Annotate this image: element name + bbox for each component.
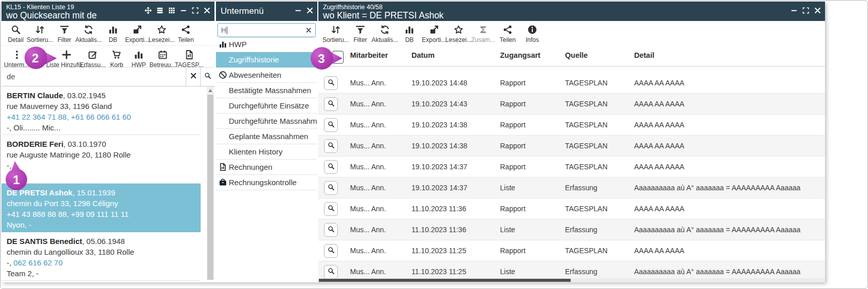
star-icon [157, 25, 167, 35]
toolbar-button[interactable]: Lesezei... [446, 21, 471, 46]
search-icon [328, 163, 335, 172]
minimize-icon[interactable] [180, 7, 187, 14]
submenu-item[interactable]: Zugriffshistorie [216, 52, 317, 68]
sort-icon [35, 25, 45, 35]
minimize-icon[interactable] [294, 7, 302, 14]
client-list-scrollbar[interactable] [207, 86, 214, 280]
row-detail-button[interactable] [324, 76, 338, 90]
menu-filter-input[interactable]: H [218, 23, 316, 37]
toolbar-button[interactable]: Filter [52, 21, 77, 45]
cell-datum: 19.10.2023 14:43 [411, 94, 467, 114]
search-icon [204, 72, 211, 81]
submenu-item[interactable]: Durchgeführte Massnahmen [216, 114, 317, 129]
cell-detail: AAAA AA AAAA [634, 157, 684, 177]
submenu-item[interactable]: Rechnungen [216, 160, 317, 175]
toolbar-button[interactable]: Erfassu... [79, 46, 106, 68]
maximize-icon[interactable] [802, 7, 810, 14]
chart-icon [108, 25, 118, 35]
row-detail-button[interactable] [324, 160, 338, 174]
client-list-item[interactable]: DE SANTIS Benedict, 05.06.1948 chemin du… [2, 232, 201, 281]
table-row[interactable]: Mus... Ann. 11.10.2023 11:25 Rapport TAG… [318, 240, 825, 261]
row-detail-button[interactable] [324, 97, 338, 111]
column-header-quelle[interactable]: Quelle [565, 51, 588, 59]
submenu-item[interactable]: Bestätigte Massnahmen [216, 83, 317, 98]
quicksearch-input[interactable]: de [2, 68, 186, 86]
toolbar-button[interactable]: Lesezei... [149, 21, 174, 45]
table-row[interactable]: Mus... Ann. 19.10.2023 14:38 Rapport TAG… [318, 115, 825, 136]
toolbar-button[interactable]: Korb [106, 46, 127, 68]
toolbar-button[interactable]: Teilen [174, 21, 199, 45]
maximize-icon[interactable] [191, 7, 199, 14]
minimize-icon[interactable] [790, 7, 798, 14]
row-detail-button[interactable] [324, 244, 338, 258]
toolbar-button[interactable]: Exporti... [125, 21, 150, 45]
clear-icon[interactable] [306, 27, 312, 33]
row-detail-button[interactable] [324, 118, 338, 132]
toolbar-button[interactable]: TAGESP... [176, 46, 203, 68]
zugriffshistorie-titlebar: Zugriffshistorie 40/58 wo Klient = DE PR… [318, 2, 825, 21]
toolbar-button[interactable]: Infos [520, 21, 545, 46]
cell-quelle: TAGESPLAN [565, 157, 607, 177]
column-header-detail[interactable]: Detail [634, 51, 655, 59]
grid-icon[interactable] [168, 7, 176, 14]
client-list-item[interactable]: BORDERIE Feri, 03.10.1970 rue Auguste Ma… [2, 135, 201, 184]
submenu-item[interactable]: Abwesenheiten [216, 68, 317, 83]
row-detail-button[interactable] [324, 181, 338, 195]
table-row[interactable]: Mus... Ann. 19.10.2023 14:37 Rapport TAG… [318, 157, 825, 177]
scrollbar-thumb[interactable] [207, 95, 213, 280]
cell-detail: AAAA AA AAAA [634, 198, 684, 219]
column-header-zugangsart[interactable]: Zugangsart [500, 51, 540, 59]
close-icon[interactable] [306, 7, 314, 14]
table-row[interactable]: Mus... Ann. 19.10.2023 14:43 Rapport TAG… [318, 94, 825, 115]
row-detail-button[interactable] [324, 265, 338, 279]
toolbar-button[interactable]: Aktualis... [77, 21, 101, 45]
table-row[interactable]: Mus... Ann. 19.10.2023 14:48 Rapport TAG… [318, 73, 825, 94]
column-header-mitarbeiter[interactable]: Mitarbeiter [350, 51, 388, 59]
file-icon [219, 163, 227, 171]
row-detail-button[interactable] [324, 202, 338, 216]
toolbar-button[interactable]: Aktualis... [373, 21, 397, 46]
horizontal-scrollbar[interactable] [318, 278, 825, 282]
toolbar-button[interactable]: Sortieru... [28, 21, 53, 45]
client-phones[interactable]: +41 43 888 88 88, +99 09 111 11 11 [7, 210, 128, 218]
client-list-item[interactable]: DE PRETSI Ashok, 15.01.1939 chemin du Po… [2, 184, 201, 232]
table-row[interactable]: Mus... Ann. 19.10.2023 14:37 Liste Erfas… [318, 177, 825, 198]
submenu-item[interactable]: Geplante Massnahmen [216, 129, 317, 144]
move-icon[interactable] [144, 7, 152, 14]
table-row[interactable]: Mus... Ann. 11.10.2023 11:36 Rapport TAG… [318, 198, 825, 219]
toolbar-button[interactable]: DB [397, 21, 422, 46]
callout-number: 3 [318, 52, 324, 65]
table-row[interactable]: Mus... Ann. 11.10.2023 11:36 Liste Erfas… [318, 219, 825, 240]
toolbar-button[interactable]: Exporti... [422, 21, 446, 46]
client-phones[interactable]: 062 616 62 70 [13, 258, 62, 267]
submenu-item[interactable]: Rechnungskontrolle [216, 175, 317, 190]
toolbar-button[interactable]: Liste Hinzufü... [54, 46, 79, 68]
row-detail-button[interactable] [324, 223, 338, 237]
scroll-up-icon[interactable] [207, 86, 214, 94]
close-icon[interactable] [203, 7, 211, 14]
toolbar-button[interactable]: Teilen [495, 21, 520, 46]
client-list-item[interactable]: BERTIN Claude, 03.02.1945 rue Mauverney … [2, 86, 201, 135]
toolbar-button[interactable]: Betreuu... [150, 46, 176, 68]
submenu-item[interactable]: HWP [216, 37, 317, 52]
toolbar-button[interactable]: DB [101, 21, 125, 45]
rows-icon[interactable] [156, 7, 164, 14]
scrollbar-thumb[interactable] [319, 279, 571, 282]
table-row[interactable]: Mus... Ann. 19.10.2023 14:38 Rapport TAG… [318, 136, 825, 157]
toolbar-button[interactable]: Detail [4, 21, 28, 45]
column-header-datum[interactable]: Datum [411, 51, 435, 59]
toolbar-button[interactable]: Zusam... [471, 21, 495, 46]
search-button[interactable] [200, 68, 214, 86]
submenu-item[interactable]: Durchgeführte Einsätze [216, 98, 317, 114]
client-extra: Nyon, - [7, 219, 196, 230]
toolbar-button[interactable]: Sortieru... [323, 21, 348, 46]
clear-search-button[interactable] [186, 68, 200, 86]
close-icon[interactable] [814, 7, 821, 14]
client-phones[interactable]: +41 22 364 71 88, +61 66 066 61 60 [7, 113, 131, 121]
screenshot-frame: KL15 - Klienten Liste 19 wo Quicksearch … [0, 0, 868, 289]
toolbar-button[interactable]: Filter [348, 21, 373, 46]
toolbar-button[interactable]: HWP [127, 46, 150, 68]
submenu-item[interactable]: Klienten History [216, 144, 317, 160]
row-detail-button[interactable] [324, 139, 338, 153]
client-address: rue Mauverney 33, 1196 Gland [7, 101, 196, 112]
